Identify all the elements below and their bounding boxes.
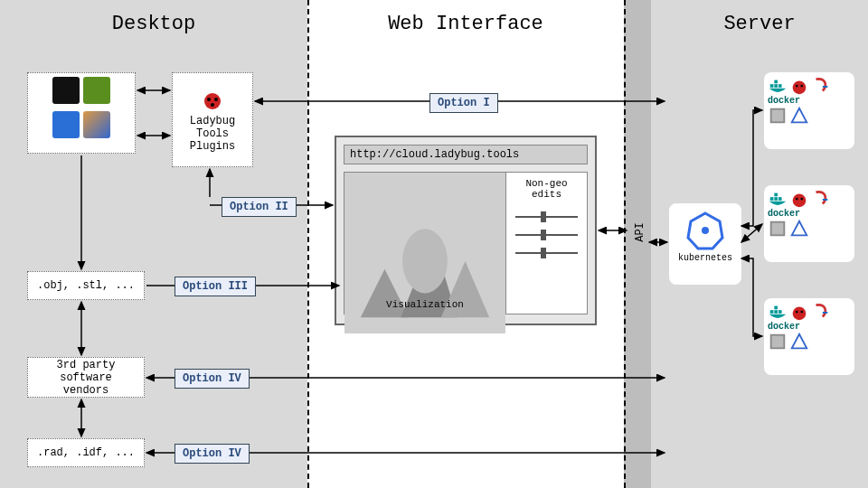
svg-marker-21 xyxy=(792,108,807,123)
ladybug-plugins-box: Ladybug Tools Plugins xyxy=(172,72,253,167)
svg-point-16 xyxy=(796,85,798,88)
svg-rect-34 xyxy=(774,310,778,314)
svg-marker-32 xyxy=(792,221,807,236)
svg-point-17 xyxy=(800,85,803,88)
svg-point-10 xyxy=(702,227,709,234)
svg-point-15 xyxy=(793,81,807,95)
option-4b-label: Option IV xyxy=(175,444,250,464)
svg-rect-14 xyxy=(774,80,778,84)
desktop-apps-box xyxy=(27,72,136,154)
geo-files-box: .obj, .stl, ... xyxy=(27,271,145,300)
radiance-icon xyxy=(768,332,788,352)
svg-point-8 xyxy=(402,229,448,293)
openfoam-icon xyxy=(789,106,809,126)
energyplus-icon xyxy=(811,189,831,209)
visualization-panel: Visualization xyxy=(344,172,506,314)
geo-files-label: .obj, .stl, ... xyxy=(37,279,135,292)
sim-files-label: .rad, .idf, ... xyxy=(37,446,135,459)
url-text: http://cloud.ladybug.tools xyxy=(350,148,519,161)
svg-point-27 xyxy=(796,198,798,201)
ladybug-mini-icon xyxy=(789,189,809,209)
svg-point-26 xyxy=(793,194,807,208)
kubernetes-icon xyxy=(685,211,725,250)
web-title: Web Interface xyxy=(307,0,624,35)
svg-rect-22 xyxy=(770,197,774,201)
slider-2[interactable] xyxy=(515,234,578,236)
svg-rect-25 xyxy=(774,193,778,197)
ladybug-icon xyxy=(201,88,224,111)
column-gap xyxy=(624,0,651,488)
ladybug-label: Ladybug Tools Plugins xyxy=(190,115,235,153)
svg-rect-24 xyxy=(778,197,782,201)
svg-rect-23 xyxy=(774,197,778,201)
svg-point-1 xyxy=(207,98,211,101)
svg-rect-35 xyxy=(778,310,782,314)
divider-2 xyxy=(624,0,626,488)
docker-box-1: docker xyxy=(764,72,854,149)
server-title: Server xyxy=(651,0,868,35)
docker-icon xyxy=(768,189,788,209)
svg-point-28 xyxy=(800,198,803,201)
svg-point-0 xyxy=(204,93,221,109)
svg-point-39 xyxy=(800,311,803,314)
energyplus-icon xyxy=(811,302,831,322)
docker-icon xyxy=(768,76,788,96)
svg-rect-18 xyxy=(823,86,828,88)
desktop-title: Desktop xyxy=(0,0,307,35)
slider-3[interactable] xyxy=(515,252,578,254)
divider-1 xyxy=(307,0,309,488)
option-4a-label: Option IV xyxy=(175,369,250,389)
docker-box-2: docker xyxy=(764,185,854,262)
svg-point-37 xyxy=(793,307,807,321)
svg-rect-13 xyxy=(778,84,782,88)
apps-row-bottom xyxy=(49,108,114,142)
rhino-icon xyxy=(52,77,80,104)
docker-label-1: docker xyxy=(768,96,851,106)
kubernetes-box: kubernetes xyxy=(669,203,741,285)
svg-point-2 xyxy=(214,98,218,101)
dynamo-icon xyxy=(83,111,110,138)
revit-icon xyxy=(52,111,80,138)
svg-point-38 xyxy=(796,311,798,314)
svg-rect-31 xyxy=(772,223,784,235)
browser-window: http://cloud.ladybug.tools Visualization… xyxy=(335,136,597,325)
radiance-icon xyxy=(768,106,788,126)
svg-rect-29 xyxy=(823,199,828,201)
openfoam-icon xyxy=(789,219,809,239)
slider-1[interactable] xyxy=(515,216,578,218)
address-bar: http://cloud.ladybug.tools xyxy=(344,145,588,164)
openfoam-icon xyxy=(789,332,809,352)
svg-rect-12 xyxy=(774,84,778,88)
api-label: API xyxy=(634,222,646,242)
edits-label: Non-geo edits xyxy=(510,178,583,200)
visualization-label: Visualization xyxy=(344,299,505,310)
energyplus-icon xyxy=(811,76,831,96)
svg-point-3 xyxy=(211,103,214,107)
option-3-label: Option III xyxy=(175,277,256,296)
ladybug-mini-icon xyxy=(789,76,809,96)
radiance-icon xyxy=(768,219,788,239)
ladybug-mini-icon xyxy=(789,302,809,322)
docker-box-3: docker xyxy=(764,298,854,375)
docker-label-3: docker xyxy=(768,322,851,332)
option-2-label: Option II xyxy=(222,197,297,217)
kubernetes-label: kubernetes xyxy=(669,253,741,263)
svg-rect-20 xyxy=(772,110,784,122)
svg-rect-33 xyxy=(770,310,774,314)
third-party-box: 3rd party software vendors xyxy=(27,357,145,398)
option-1-label: Option I xyxy=(429,93,498,113)
edits-panel: Non-geo edits xyxy=(506,172,588,314)
apps-row-top xyxy=(49,73,114,108)
grasshopper-icon xyxy=(83,77,110,104)
svg-rect-36 xyxy=(774,306,778,310)
sim-files-box: .rad, .idf, ... xyxy=(27,438,145,467)
third-party-label: 3rd party software vendors xyxy=(28,359,144,397)
svg-rect-42 xyxy=(772,336,784,348)
svg-marker-43 xyxy=(792,334,807,349)
docker-label-2: docker xyxy=(768,209,851,219)
docker-icon xyxy=(768,302,788,322)
svg-rect-40 xyxy=(823,312,828,314)
svg-rect-11 xyxy=(770,84,774,88)
